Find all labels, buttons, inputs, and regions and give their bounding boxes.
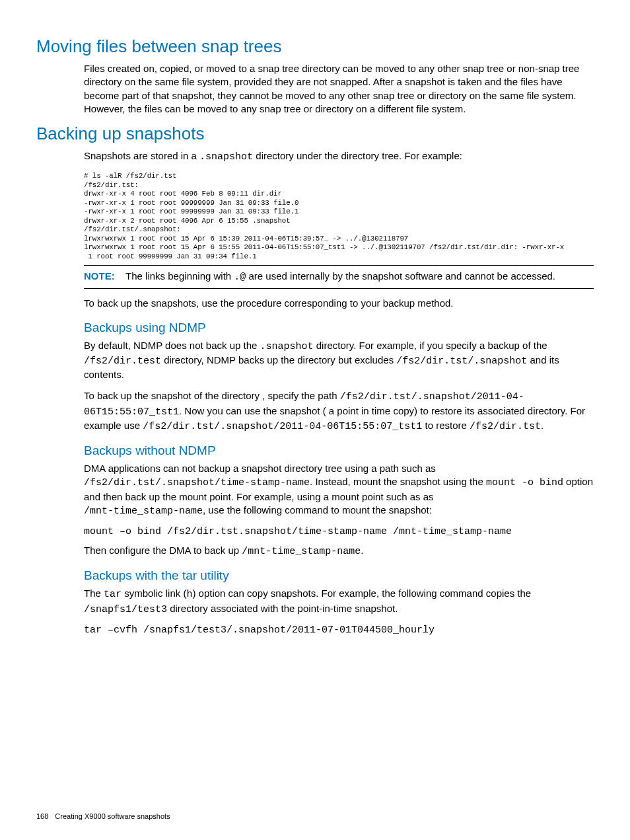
- text: symbolic link (: [122, 588, 186, 599]
- text: By default, NDMP does not back up the: [84, 340, 260, 351]
- para-dma-config: Then configure the DMA to back up /mnt-t…: [84, 544, 594, 558]
- note-box: NOTE: The links beginning with .@ are us…: [84, 265, 594, 289]
- text: directory. For example, if you specify a…: [314, 340, 547, 351]
- inline-code: /fs2/dir.tst: [470, 421, 541, 432]
- heading-backing-up: Backing up snapshots: [36, 124, 594, 144]
- inline-code: /fs2/dir.tst/.snapshot/2011-04-06T15:55:…: [143, 421, 422, 432]
- text: are used internally by the snapshot soft…: [246, 270, 555, 282]
- text: , use the following command to mount the…: [203, 504, 432, 515]
- inline-code: mount -o bind: [486, 477, 563, 488]
- para-tar: The tar symbolic link (h) option can cop…: [84, 587, 594, 617]
- page-number: 168: [36, 812, 48, 820]
- code-ls-output: # ls -alR /fs2/dir.tst /fs2/dir.tst: drw…: [84, 172, 594, 261]
- inline-code: /snapfs1/test3: [84, 604, 167, 615]
- inline-code: /fs2/dir.test: [84, 356, 161, 367]
- heading-moving-files: Moving files between snap trees: [36, 36, 594, 57]
- inline-code: /fs2/dir.tst/.snapshot: [396, 356, 527, 367]
- inline-code: /mnt-time_stamp-name: [84, 506, 203, 517]
- para-snapshot-intro: Snapshots are stored in a .snapshot dire…: [84, 149, 594, 164]
- note-label: NOTE:: [84, 270, 115, 282]
- inline-code: tar: [104, 589, 122, 600]
- para-backup-proc: To back up the snapshots, use the proced…: [84, 297, 594, 310]
- heading-tar: Backups with the tar utility: [84, 568, 594, 583]
- footer-title: Creating X9000 software snapshots: [55, 812, 170, 820]
- text: directory, NDMP backs up the directory b…: [161, 354, 396, 365]
- inline-code: .snapshot: [199, 151, 253, 163]
- inline-code: /mnt-time_stamp-name: [242, 546, 361, 557]
- para-moving-files: Files created on, copied, or moved to a …: [84, 62, 594, 116]
- inline-code: .@: [234, 272, 246, 283]
- text: DMA applications can not backup a snapsh…: [84, 463, 436, 474]
- text: directory under the directory tree. For …: [253, 150, 462, 161]
- text: directory associated with the point-in-t…: [167, 603, 398, 614]
- text: .: [541, 420, 543, 431]
- page-footer: 168Creating X9000 software snapshots: [36, 812, 170, 820]
- text: To back up the snapshot of the directory…: [84, 390, 340, 401]
- text: . Instead, mount the snapshot using the: [310, 476, 486, 487]
- inline-code: .snapshot: [260, 341, 314, 352]
- para-without-ndmp: DMA applications can not backup a snapsh…: [84, 462, 594, 518]
- text: .: [361, 545, 363, 556]
- heading-ndmp: Backups using NDMP: [84, 321, 594, 335]
- cmd-tar: tar –cvfh /snapfs1/test3/.snapshot/2011-…: [84, 625, 594, 636]
- heading-without-ndmp: Backups without NDMP: [84, 443, 594, 458]
- text: Snapshots are stored in a: [84, 150, 199, 161]
- cmd-mount: mount –o bind /fs2/dir.tst.snapshot/time…: [84, 526, 594, 537]
- inline-code: /fs2/dir.tst/.snapshot/time-stamp-name: [84, 477, 310, 488]
- text: The links beginning with: [125, 270, 234, 282]
- para-ndmp-2: To back up the snapshot of the directory…: [84, 389, 594, 434]
- text: The: [84, 588, 104, 599]
- text: Then configure the DMA to back up: [84, 545, 242, 556]
- para-ndmp-1: By default, NDMP does not back up the .s…: [84, 339, 594, 382]
- text: to restore: [422, 420, 470, 431]
- text: ) option can copy snapshots. For example…: [192, 588, 531, 599]
